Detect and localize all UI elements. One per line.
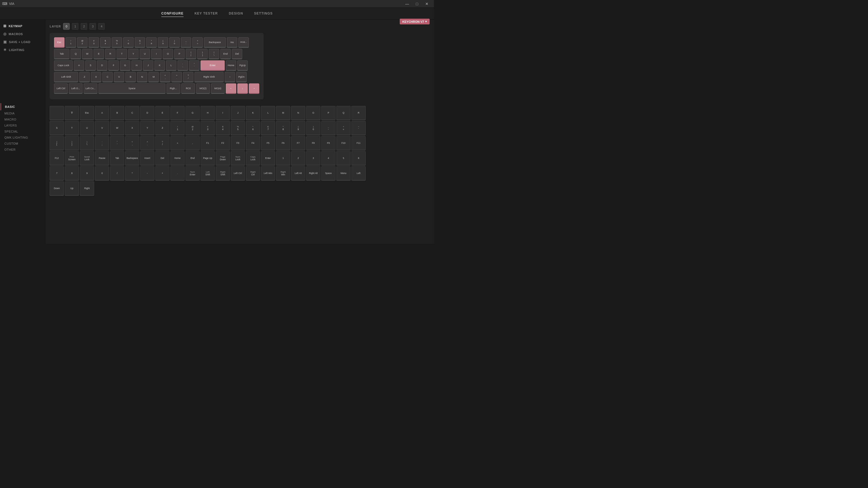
- gkey-dol-4[interactable]: $4: [216, 121, 230, 135]
- key-left-ctrl[interactable]: Left Ctrl: [54, 84, 68, 94]
- sidebar-item-lighting[interactable]: ☀ LIGHTING: [0, 46, 45, 54]
- gkey-at-2[interactable]: @2: [185, 121, 200, 135]
- sidebar-item-save-load[interactable]: ▣ SAVE + LOAD: [0, 38, 45, 46]
- gkey-u[interactable]: U: [80, 121, 94, 135]
- gkey-home[interactable]: Home: [170, 151, 185, 165]
- gkey-h[interactable]: H: [200, 106, 215, 120]
- gkey-f11[interactable]: F11: [351, 136, 366, 150]
- gkey-r[interactable]: R: [351, 106, 366, 120]
- key-right-shift[interactable]: Right Shift: [194, 72, 224, 82]
- gkey-right-arrow[interactable]: Right: [80, 181, 94, 196]
- nav-configure[interactable]: CONFIGURE: [161, 10, 184, 17]
- key-pgdn[interactable]: PgDn: [236, 72, 247, 82]
- key-right-arrow[interactable]: →: [249, 84, 259, 94]
- gkey-end[interactable]: End: [185, 151, 200, 165]
- maximize-button[interactable]: □: [412, 0, 422, 8]
- sidebar-item-macros[interactable]: ◎ MACROS: [0, 30, 45, 38]
- key-lbracket[interactable]: {[: [186, 49, 196, 59]
- sidebar-sub-macro[interactable]: MACRO: [0, 116, 45, 122]
- gkey-page-down[interactable]: PageDown: [216, 151, 230, 165]
- gkey-w[interactable]: W: [110, 121, 124, 135]
- key-k[interactable]: K: [154, 60, 165, 71]
- close-button[interactable]: ✕: [422, 0, 432, 8]
- gkey-num8[interactable]: 8: [65, 166, 79, 181]
- gkey-left-alt[interactable]: Left Alt: [291, 166, 305, 181]
- key-u[interactable]: U: [140, 49, 150, 59]
- gkey-right-win[interactable]: RightWin: [276, 166, 290, 181]
- gkey-hat-6[interactable]: ^6: [246, 121, 260, 135]
- gkey-num-dot[interactable]: .: [170, 166, 185, 181]
- gkey-e[interactable]: E: [155, 106, 169, 120]
- gkey-menu[interactable]: Menu: [336, 166, 350, 181]
- key-quote[interactable]: "': [189, 60, 199, 71]
- key-backspace[interactable]: Backspace: [204, 37, 226, 48]
- key-9[interactable]: (9: [158, 37, 168, 48]
- gkey-f5[interactable]: F5: [261, 136, 275, 150]
- sidebar-sub-layers[interactable]: LAYERS: [0, 122, 45, 128]
- gkey-b[interactable]: B: [110, 106, 124, 120]
- key-a[interactable]: A: [74, 60, 84, 71]
- key-1[interactable]: !1: [66, 37, 76, 48]
- gkey-num-slash[interactable]: /: [110, 166, 124, 181]
- gkey-left-shift[interactable]: LeftShift: [200, 166, 215, 181]
- key-down[interactable]: ↓: [237, 84, 248, 94]
- key-up[interactable]: ↑: [225, 72, 235, 82]
- gkey-amp-7[interactable]: &7: [261, 121, 275, 135]
- gkey-x[interactable]: X: [125, 121, 140, 135]
- gkey-o[interactable]: O: [306, 106, 320, 120]
- gkey-a[interactable]: A: [95, 106, 109, 120]
- gkey-f2[interactable]: F2: [216, 136, 230, 150]
- key-t[interactable]: T: [117, 49, 127, 59]
- key-ins[interactable]: Ins: [227, 37, 237, 48]
- gkey-f10[interactable]: F10: [336, 136, 350, 150]
- key-z[interactable]: Z: [79, 72, 90, 82]
- gkey-backspace[interactable]: Backspace: [125, 151, 140, 165]
- key-right-os[interactable]: Righ...: [166, 84, 180, 94]
- gkey-trns[interactable]: ∇: [65, 106, 79, 120]
- key-5[interactable]: %5: [112, 37, 122, 48]
- key-i[interactable]: I: [151, 49, 162, 59]
- key-3[interactable]: #3: [89, 37, 99, 48]
- gkey-right-ctrl[interactable]: RightCtrl: [246, 166, 260, 181]
- gkey-gt-period[interactable]: >.: [140, 136, 154, 150]
- gkey-qmark-slash[interactable]: ?/: [155, 136, 169, 150]
- key-comma[interactable]: <,: [160, 72, 170, 82]
- layer-btn-2[interactable]: 2: [81, 23, 87, 30]
- gkey-num3[interactable]: 3: [306, 151, 320, 165]
- gkey-page-up[interactable]: Page Up: [200, 151, 215, 165]
- gkey-enter[interactable]: Enter: [261, 151, 275, 165]
- gkey-pipe[interactable]: |\: [80, 136, 94, 150]
- key-capslock[interactable]: Caps Lock: [54, 60, 73, 71]
- key-c[interactable]: C: [102, 72, 113, 82]
- gkey-n[interactable]: N: [291, 106, 305, 120]
- gkey-colon[interactable]: :;: [95, 136, 109, 150]
- gkey-tab[interactable]: Tab: [110, 151, 124, 165]
- sidebar-sub-special[interactable]: SPECIAL: [0, 128, 45, 134]
- key-v[interactable]: V: [114, 72, 124, 82]
- gkey-l[interactable]: L: [261, 106, 275, 120]
- key-left-shift[interactable]: Left Shift: [54, 72, 78, 82]
- key-mo4[interactable]: MO(4): [211, 84, 225, 94]
- key-rctl[interactable]: RCtl: [181, 84, 195, 94]
- gkey-hash-3[interactable]: #3: [200, 121, 215, 135]
- gkey-f3[interactable]: F3: [231, 136, 245, 150]
- gkey-q[interactable]: Q: [336, 106, 350, 120]
- gkey-f9[interactable]: F9: [321, 136, 336, 150]
- key-pgup[interactable]: PgUp: [237, 60, 248, 71]
- gkey-num4[interactable]: 4: [321, 151, 336, 165]
- gkey-caps-lock[interactable]: CapsLock: [246, 151, 260, 165]
- layer-btn-3[interactable]: 3: [89, 23, 96, 30]
- sidebar-sub-custom[interactable]: CUSTOM: [0, 141, 45, 147]
- gkey-empty[interactable]: [50, 106, 64, 120]
- gkey-z[interactable]: Z: [155, 121, 169, 135]
- sidebar-sub-other[interactable]: OTHER: [0, 147, 45, 153]
- key-j[interactable]: J: [143, 60, 153, 71]
- gkey-num7[interactable]: 7: [50, 166, 64, 181]
- key-r[interactable]: R: [105, 49, 116, 59]
- gkey-d[interactable]: D: [140, 106, 154, 120]
- key-w[interactable]: W: [82, 49, 92, 59]
- gkey-esc[interactable]: Esc: [80, 106, 94, 120]
- gkey-f[interactable]: F: [170, 106, 185, 120]
- key-0[interactable]: )0: [169, 37, 180, 48]
- gkey-num-lock[interactable]: NumLock: [231, 151, 245, 165]
